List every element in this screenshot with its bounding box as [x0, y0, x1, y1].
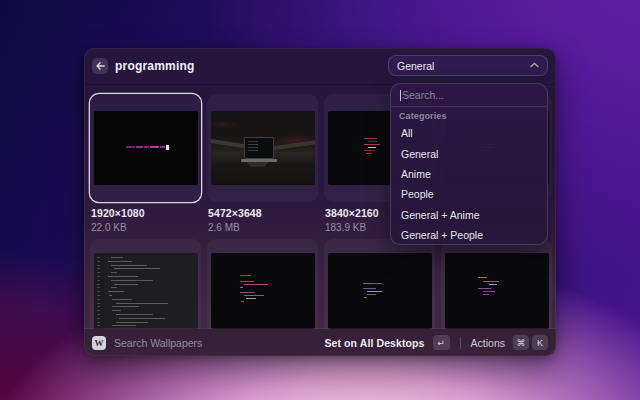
wallpaper-glitch-text[interactable]: 1920×108022.0 KB [90, 94, 201, 233]
command-key-icon: ⌘ [513, 335, 529, 350]
wallpaper-laptop-photo[interactable]: 5472×36482.6 MB [207, 94, 318, 233]
wallpaper-filesize-label: 22.0 KB [91, 222, 201, 233]
wallpaper-code-2[interactable] [207, 239, 318, 329]
back-button[interactable] [92, 58, 108, 74]
desktop-background: programming General 1920×108022.0 KB5472… [0, 0, 640, 400]
wallpaper-code-editor-image [94, 253, 198, 329]
page-title: programming [115, 59, 195, 73]
dropdown-item-general[interactable]: General [393, 143, 545, 163]
wallpaper-code-3[interactable] [324, 239, 435, 329]
footer-context-label: Search Wallpapers [114, 337, 202, 349]
wallpaper-laptop-photo-image [211, 111, 315, 185]
actions-button[interactable]: Actions [471, 337, 505, 349]
category-select-value: General [397, 60, 434, 72]
wallpaper-code-4[interactable] [441, 239, 552, 329]
k-key-icon: K [532, 335, 548, 350]
category-select[interactable]: General [388, 55, 548, 76]
dropdown-item-people[interactable]: People [393, 184, 545, 204]
wallpaper-code-3-image [328, 253, 432, 329]
wallpaper-code-2-image [211, 253, 315, 329]
text-cursor [400, 90, 401, 101]
wallpaper-search-window: programming General 1920×108022.0 KB5472… [84, 48, 556, 356]
dropdown-item-general-people[interactable]: General + People [393, 225, 545, 245]
chevron-up-icon [530, 61, 539, 70]
back-arrow-icon [96, 62, 105, 70]
footer-divider [460, 337, 461, 349]
wallpaper-filesize-label: 2.6 MB [208, 222, 318, 233]
wallpaper-dimensions-label: 1920×1080 [91, 207, 201, 219]
wallpaper-code-4-image [445, 253, 549, 329]
dropdown-item-anime[interactable]: Anime [393, 164, 545, 184]
set-on-all-desktops-button[interactable]: Set on All Desktops [324, 337, 424, 349]
wallpaper-dimensions-label: 5472×3648 [208, 207, 318, 219]
dropdown-search-placeholder: Search... [402, 89, 444, 101]
dropdown-item-general-anime[interactable]: General + Anime [393, 205, 545, 225]
dropdown-section-label: Categories [391, 107, 547, 123]
wallpaper-code-editor[interactable] [90, 239, 201, 329]
category-dropdown: Search... Categories AllGeneralAnimePeop… [390, 83, 548, 245]
enter-key-icon: ↵ [433, 335, 450, 350]
dropdown-item-all[interactable]: All [393, 123, 545, 143]
wallpaper-extension-icon: W [92, 336, 106, 350]
dropdown-search-input[interactable]: Search... [391, 84, 547, 106]
wallpaper-glitch-text-image [94, 111, 198, 185]
window-header: programming General [84, 48, 556, 85]
footer-bar: W Search Wallpapers Set on All Desktops … [84, 328, 556, 356]
